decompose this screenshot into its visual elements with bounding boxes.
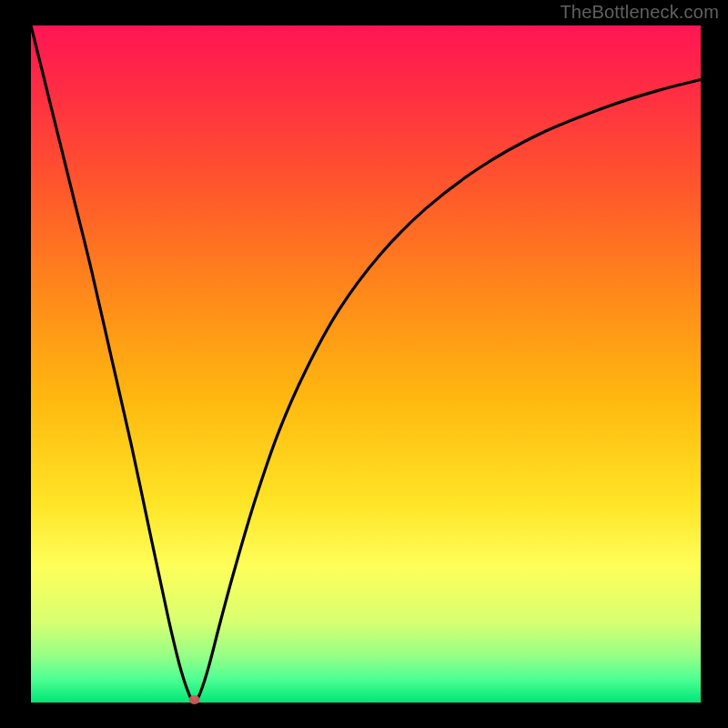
chart-container: TheBottleneck.com <box>0 0 728 728</box>
watermark-text: TheBottleneck.com <box>560 2 719 23</box>
plot-gradient-area <box>31 25 701 703</box>
